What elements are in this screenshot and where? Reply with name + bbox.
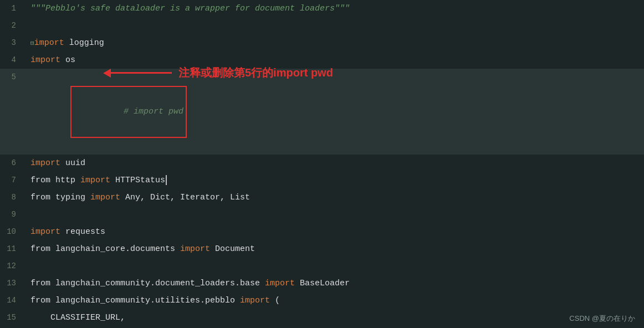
line-content-1: """Pebblo's safe dataloader is a wrapper… <box>25 1 644 17</box>
line-content-13: from langchain_community.document_loader… <box>25 275 644 292</box>
line-content-14: from langchain_community.utilities.pebbl… <box>25 293 644 309</box>
line-num-8: 8 <box>0 189 25 206</box>
watermark: CSDN @夏の在りか <box>569 314 635 324</box>
line-content-4: import os <box>25 52 644 69</box>
code-line-11: 11 from langchain_core.documents import … <box>0 240 644 258</box>
line-num-13: 13 <box>0 275 25 291</box>
line-content-15: CLASSIFIER_URL, <box>25 310 644 326</box>
code-line-2: 2 <box>0 17 644 34</box>
code-editor: 1 """Pebblo's safe dataloader is a wrapp… <box>0 0 644 328</box>
line-num-1: 1 <box>0 0 25 17</box>
code-line-8: 8 from typing import Any, Dict, Iterator… <box>0 189 644 206</box>
code-line-15: 15 CLASSIFIER_URL, <box>0 309 644 326</box>
line-num-5: 5 <box>0 69 25 85</box>
code-line-1: 1 """Pebblo's safe dataloader is a wrapp… <box>0 0 644 17</box>
line-num-4: 4 <box>0 52 25 68</box>
line-num-10: 10 <box>0 223 25 240</box>
line-content-9 <box>25 207 644 223</box>
line-num-14: 14 <box>0 292 25 309</box>
line-content-7: from http import HTTPStatus <box>25 172 644 189</box>
line-content-3: ⊟import logging <box>25 35 644 52</box>
red-box-highlight: # import pwd <box>70 86 187 138</box>
code-lines: 1 """Pebblo's safe dataloader is a wrapp… <box>0 0 644 328</box>
line-content-6: import uuid <box>25 155 644 172</box>
line-content-2 <box>25 18 644 34</box>
line-content-8: from typing import Any, Dict, Iterator, … <box>25 189 644 206</box>
code-line-6: 6 import uuid <box>0 155 644 172</box>
code-line-10: 10 import requests <box>0 223 644 240</box>
line-content-12 <box>25 258 644 275</box>
line-content-5: # import pwd <box>25 69 644 155</box>
code-line-3: 3 ⊟import logging <box>0 34 644 52</box>
code-line-13: 13 from langchain_community.document_loa… <box>0 275 644 292</box>
line-num-12: 12 <box>0 258 25 274</box>
code-line-5: 5 # import pwd <box>0 69 644 155</box>
line-num-11: 11 <box>0 240 25 257</box>
line-num-3: 3 <box>0 34 25 51</box>
line-num-15: 15 <box>0 309 25 326</box>
line-num-6: 6 <box>0 155 25 171</box>
line-num-9: 9 <box>0 206 25 223</box>
code-line-4: 4 import os <box>0 52 644 69</box>
code-line-14: 14 from langchain_community.utilities.pe… <box>0 292 644 309</box>
line-num-2: 2 <box>0 17 25 34</box>
line-content-11: from langchain_core.documents import Doc… <box>25 241 644 258</box>
line-num-7: 7 <box>0 172 25 188</box>
code-line-7: 7 from http import HTTPStatus <box>0 172 644 189</box>
code-line-12: 12 <box>0 258 644 275</box>
code-line-9: 9 <box>0 206 644 223</box>
line-content-10: import requests <box>25 224 644 240</box>
comment-text: # import pwd <box>124 107 183 116</box>
